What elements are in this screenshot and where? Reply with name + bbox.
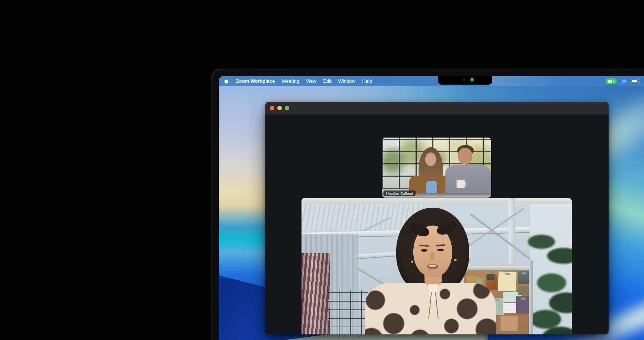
swatch-dark-green xyxy=(487,274,495,280)
menu-item-help[interactable]: Help xyxy=(359,76,375,86)
menu-item-view[interactable]: View xyxy=(303,76,320,86)
wire-rack xyxy=(328,290,368,334)
fullscreen-button[interactable] xyxy=(285,106,289,110)
display-notch xyxy=(438,76,492,85)
battery-tip xyxy=(640,81,640,82)
battery-body-icon xyxy=(631,79,639,83)
camera-active-indicator[interactable] xyxy=(606,78,617,84)
mouth xyxy=(427,264,438,269)
menu-item-window[interactable]: Window xyxy=(335,76,359,86)
menu-bar-status-area: zm xyxy=(606,78,644,84)
window-titlebar[interactable] xyxy=(265,102,609,114)
tile2-mezzanine-shelf xyxy=(302,198,572,204)
coffee-mug xyxy=(457,180,465,188)
apple-menu[interactable] xyxy=(224,76,233,86)
steel-column xyxy=(509,198,515,263)
swatch-clip xyxy=(522,272,527,274)
menu-bar: Zoom Workplace Meeting View Edit Window … xyxy=(219,76,644,86)
swatch-clip xyxy=(505,273,510,275)
close-button[interactable] xyxy=(270,106,274,110)
man-face xyxy=(458,148,472,164)
participant-name-label: Heather Galland xyxy=(383,191,416,196)
macbook-bezel: Zoom Workplace Meeting View Edit Window … xyxy=(211,69,644,340)
menu-item-meeting[interactable]: Meeting xyxy=(279,76,303,86)
camcorder-icon xyxy=(608,80,612,83)
swatch-cream xyxy=(498,271,517,292)
swatch-terracotta xyxy=(501,316,518,331)
battery-fill xyxy=(632,80,637,82)
macbook-screen: Zoom Workplace Meeting View Edit Window … xyxy=(219,76,644,340)
earring xyxy=(454,259,457,261)
eye xyxy=(437,249,444,251)
eyebrow xyxy=(419,245,429,247)
swatch-purple xyxy=(516,296,530,314)
camcorder-lens-icon xyxy=(613,80,615,83)
swatch-clip xyxy=(521,298,526,300)
apple-icon xyxy=(224,78,229,84)
battery-indicator[interactable] xyxy=(631,79,640,83)
striped-curtain xyxy=(302,253,330,334)
meeting-video-canvas: Heather Galland xyxy=(265,114,609,334)
menu-bar-left: Zoom Workplace Meeting View Edit Window … xyxy=(219,76,375,86)
participant-man-silhouette xyxy=(445,145,491,198)
earring xyxy=(411,261,413,263)
woman-face xyxy=(425,152,436,166)
nose xyxy=(430,252,435,260)
eyebrow xyxy=(436,244,445,246)
eye xyxy=(421,249,427,252)
minimize-button[interactable] xyxy=(277,106,282,110)
partition-post xyxy=(529,261,533,334)
camera-lens-icon xyxy=(463,78,465,81)
video-tile-heather-galland[interactable]: Heather Galland xyxy=(382,138,491,198)
swatch-green xyxy=(476,278,483,284)
mood-board-rail xyxy=(462,266,532,270)
app-menu-title[interactable]: Zoom Workplace xyxy=(233,76,279,86)
video-tile-annamae-cantoria[interactable]: AnnaMae Cantoria xyxy=(302,198,572,334)
camera-indicator-light xyxy=(471,78,473,81)
desktop-background: Zoom Workplace Meeting View Edit Window … xyxy=(0,0,644,340)
menu-item-edit[interactable]: Edit xyxy=(320,76,335,86)
zoom-menubar-icon[interactable]: zm xyxy=(621,78,627,84)
man-sweater xyxy=(445,165,491,198)
swatch-gray xyxy=(518,271,530,284)
teeth xyxy=(429,265,436,267)
zoom-meeting-window: Heather Galland xyxy=(265,102,609,334)
